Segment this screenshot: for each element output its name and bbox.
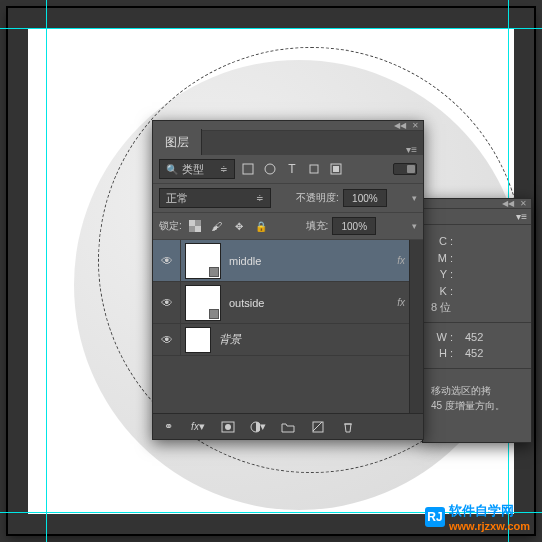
opacity-slider-icon[interactable]: ▾ — [412, 193, 417, 203]
fx-indicator[interactable]: fx — [393, 297, 409, 308]
fx-indicator[interactable]: fx — [393, 255, 409, 266]
info-width: 452 — [457, 329, 523, 346]
panel-controls: ◀◀ ✕ — [423, 199, 531, 209]
filter-text-icon[interactable]: T — [283, 160, 301, 178]
layer-fx-icon[interactable]: fx▾ — [189, 418, 207, 436]
visibility-icon[interactable]: 👁 — [161, 333, 173, 347]
add-mask-icon[interactable] — [219, 418, 237, 436]
filter-shape-icon[interactable] — [305, 160, 323, 178]
filter-row: 🔍 类型 ≑ T — [153, 155, 423, 184]
svg-rect-11 — [313, 422, 323, 432]
layer-thumbnail[interactable] — [185, 243, 221, 279]
filter-pixel-icon[interactable] — [239, 160, 257, 178]
panel-tabs: 图层 ▾≡ — [153, 131, 423, 155]
panel-menu-icon[interactable]: ▾≡ — [400, 144, 423, 155]
collapse-icon[interactable]: ◀◀ — [394, 121, 406, 130]
layer-thumbnail[interactable] — [185, 285, 221, 321]
fill-label: 填充: — [306, 219, 329, 233]
panel-menu-bar: ▾≡ — [423, 209, 531, 225]
filter-adjust-icon[interactable] — [261, 160, 279, 178]
fill-input[interactable]: 100% — [332, 217, 376, 235]
info-height: 452 — [457, 345, 523, 362]
fill-slider-icon[interactable]: ▾ — [412, 221, 417, 231]
new-layer-icon[interactable] — [309, 418, 327, 436]
layer-thumbnail[interactable] — [185, 327, 211, 353]
svg-rect-0 — [243, 164, 253, 174]
info-body: C : M : Y : K : 8 位 W :452 H :452 移动选区的拷… — [423, 225, 531, 421]
close-icon[interactable]: ✕ — [520, 199, 527, 208]
layer-item-background[interactable]: 👁 背景 🔒 — [153, 324, 423, 356]
lock-all-icon[interactable]: 🔒 — [252, 217, 270, 235]
svg-rect-2 — [310, 165, 318, 173]
blend-mode-dropdown[interactable]: 正常 ≑ — [159, 188, 271, 208]
info-panel[interactable]: ◀◀ ✕ ▾≡ C : M : Y : K : 8 位 W :452 H :45… — [422, 198, 532, 443]
watermark-badge: RJ — [425, 507, 445, 527]
color-depth: 8 位 — [431, 299, 455, 316]
scrollbar[interactable] — [409, 240, 423, 414]
tab-layers[interactable]: 图层 — [153, 129, 202, 155]
layer-item-middle[interactable]: 👁 middle fx ▾ — [153, 240, 423, 282]
lock-label: 锁定: — [159, 219, 182, 233]
filter-smart-icon[interactable] — [327, 160, 345, 178]
lock-position-icon[interactable]: ✥ — [230, 217, 248, 235]
panel-menu-icon[interactable]: ▾≡ — [516, 211, 527, 222]
visibility-icon[interactable]: 👁 — [161, 254, 173, 268]
guide-vertical[interactable] — [46, 0, 47, 542]
lock-row: 锁定: 🖌 ✥ 🔒 填充: 100% ▾ — [153, 213, 423, 240]
filter-toggle[interactable] — [393, 163, 417, 175]
blend-row: 正常 ≑ 不透明度: 100% ▾ — [153, 184, 423, 213]
layers-panel[interactable]: ◀◀ ✕ 图层 ▾≡ 🔍 类型 ≑ T 正常 ≑ 不透明度: 100% ▾ 锁定… — [152, 120, 424, 440]
layer-name[interactable]: outside — [225, 297, 393, 309]
lock-pixels-icon[interactable]: 🖌 — [208, 217, 226, 235]
layer-name[interactable]: middle — [225, 255, 393, 267]
watermark-url: www.rjzxw.com — [449, 520, 530, 532]
collapse-icon[interactable]: ◀◀ — [502, 199, 514, 208]
watermark: RJ 软件自学网 www.rjzxw.com — [425, 502, 530, 532]
svg-rect-6 — [189, 220, 195, 226]
close-icon[interactable]: ✕ — [412, 121, 419, 130]
svg-point-1 — [265, 164, 275, 174]
layer-list: 👁 middle fx ▾ 👁 outside fx ▾ 👁 背景 🔒 — [153, 240, 423, 414]
new-adjust-icon[interactable]: ▾ — [249, 418, 267, 436]
svg-rect-7 — [195, 226, 201, 232]
opacity-label: 不透明度: — [296, 191, 339, 205]
info-tip: 45 度增量方向。 — [431, 398, 523, 413]
info-tip: 移动选区的拷 — [431, 383, 523, 398]
delete-layer-icon[interactable] — [339, 418, 357, 436]
layer-item-outside[interactable]: 👁 outside fx ▾ — [153, 282, 423, 324]
svg-rect-4 — [333, 166, 339, 172]
link-layers-icon[interactable]: ⚭ — [159, 418, 177, 436]
lock-transparent-icon[interactable] — [186, 217, 204, 235]
visibility-icon[interactable]: 👁 — [161, 296, 173, 310]
new-group-icon[interactable] — [279, 418, 297, 436]
filter-type-dropdown[interactable]: 🔍 类型 ≑ — [159, 159, 235, 179]
opacity-input[interactable]: 100% — [343, 189, 387, 207]
svg-point-9 — [225, 424, 231, 430]
panel-footer: ⚭ fx▾ ▾ — [153, 413, 423, 439]
guide-horizontal[interactable] — [0, 28, 542, 29]
layer-name[interactable]: 背景 — [215, 332, 407, 347]
watermark-brand: 软件自学网 — [449, 502, 530, 520]
